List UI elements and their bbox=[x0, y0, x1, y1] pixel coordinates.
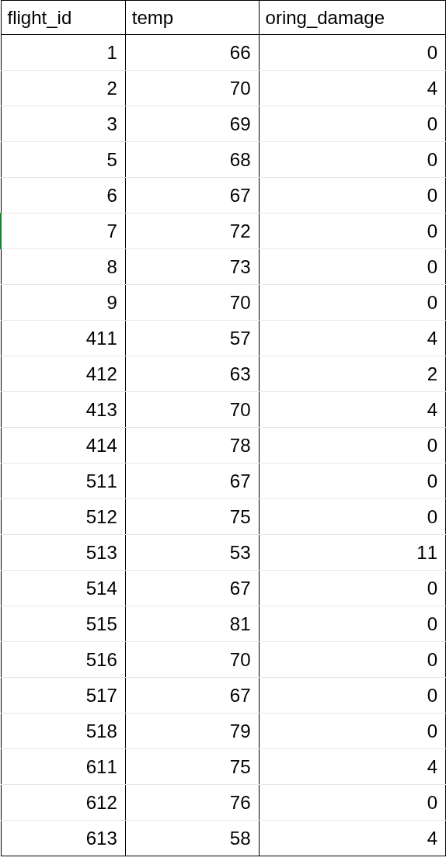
column-header-temp[interactable]: temp bbox=[125, 1, 259, 35]
cell-temp[interactable]: 66 bbox=[125, 35, 259, 71]
table-row[interactable]: 411574 bbox=[1, 321, 446, 356]
cell-temp[interactable]: 72 bbox=[125, 214, 259, 249]
cell-temp[interactable]: 78 bbox=[125, 428, 259, 464]
cell-temp[interactable]: 70 bbox=[125, 642, 259, 678]
table-row[interactable]: 517670 bbox=[1, 678, 446, 713]
table-row[interactable]: 516700 bbox=[1, 642, 446, 678]
cell-oring-damage[interactable]: 4 bbox=[259, 749, 445, 785]
cell-flight-id[interactable]: 412 bbox=[1, 356, 125, 392]
cell-flight-id[interactable]: 515 bbox=[1, 606, 125, 642]
cell-temp[interactable]: 53 bbox=[125, 535, 259, 571]
cell-flight-id[interactable]: 414 bbox=[1, 428, 125, 464]
cell-flight-id[interactable]: 512 bbox=[1, 499, 125, 535]
cell-oring-damage[interactable]: 0 bbox=[259, 35, 445, 71]
cell-oring-damage[interactable]: 4 bbox=[259, 71, 445, 106]
cell-temp[interactable]: 73 bbox=[125, 249, 259, 285]
table-row[interactable]: 518790 bbox=[1, 713, 446, 749]
table-row[interactable]: 9700 bbox=[1, 285, 446, 321]
table-row[interactable]: 613584 bbox=[1, 821, 446, 856]
table-row[interactable]: 5680 bbox=[1, 142, 446, 178]
table-row[interactable]: 1660 bbox=[1, 35, 446, 71]
table-row[interactable]: 515810 bbox=[1, 606, 446, 642]
cell-temp[interactable]: 79 bbox=[125, 713, 259, 749]
cell-temp[interactable]: 67 bbox=[125, 464, 259, 499]
cell-temp[interactable]: 70 bbox=[125, 285, 259, 321]
cell-temp[interactable]: 69 bbox=[125, 106, 259, 142]
cell-oring-damage[interactable]: 0 bbox=[259, 428, 445, 464]
cell-oring-damage[interactable]: 0 bbox=[259, 249, 445, 285]
table-row[interactable]: 414780 bbox=[1, 428, 446, 464]
cell-flight-id[interactable]: 1 bbox=[1, 35, 125, 71]
cell-temp[interactable]: 68 bbox=[125, 142, 259, 178]
table-row[interactable]: 2704 bbox=[1, 71, 446, 106]
cell-oring-damage[interactable]: 0 bbox=[259, 142, 445, 178]
cell-oring-damage[interactable]: 11 bbox=[259, 535, 445, 571]
cell-temp[interactable]: 75 bbox=[125, 749, 259, 785]
cell-flight-id[interactable]: 411 bbox=[1, 321, 125, 356]
cell-oring-damage[interactable]: 0 bbox=[259, 285, 445, 321]
cell-flight-id[interactable]: 517 bbox=[1, 678, 125, 713]
table-row[interactable]: 611754 bbox=[1, 749, 446, 785]
cell-flight-id[interactable]: 511 bbox=[1, 464, 125, 499]
cell-temp[interactable]: 81 bbox=[125, 606, 259, 642]
cell-temp[interactable]: 57 bbox=[125, 321, 259, 356]
cell-oring-damage[interactable]: 0 bbox=[259, 606, 445, 642]
table-row[interactable]: 7720 bbox=[1, 214, 446, 249]
cell-flight-id[interactable]: 514 bbox=[1, 571, 125, 606]
cell-flight-id[interactable]: 513 bbox=[1, 535, 125, 571]
cell-oring-damage[interactable]: 0 bbox=[259, 571, 445, 606]
cell-flight-id[interactable]: 413 bbox=[1, 392, 125, 428]
table-row[interactable]: 612760 bbox=[1, 785, 446, 821]
table-row[interactable]: 512750 bbox=[1, 499, 446, 535]
column-header-flight-id[interactable]: flight_id bbox=[1, 1, 125, 35]
cell-flight-id[interactable]: 6 bbox=[1, 178, 125, 214]
cell-flight-id[interactable]: 5 bbox=[1, 142, 125, 178]
cell-oring-damage[interactable]: 0 bbox=[259, 785, 445, 821]
table-row[interactable]: 6670 bbox=[1, 178, 446, 214]
table-row[interactable]: 514670 bbox=[1, 571, 446, 606]
cell-temp[interactable]: 70 bbox=[125, 71, 259, 106]
table-row[interactable]: 511670 bbox=[1, 464, 446, 499]
cell-oring-damage[interactable]: 0 bbox=[259, 464, 445, 499]
cell-temp[interactable]: 75 bbox=[125, 499, 259, 535]
cell-flight-id[interactable]: 7 bbox=[1, 214, 125, 249]
cell-oring-damage[interactable]: 0 bbox=[259, 713, 445, 749]
cell-temp[interactable]: 67 bbox=[125, 178, 259, 214]
cell-flight-id[interactable]: 3 bbox=[1, 106, 125, 142]
cell-oring-damage[interactable]: 4 bbox=[259, 321, 445, 356]
cell-oring-damage[interactable]: 0 bbox=[259, 178, 445, 214]
cell-flight-id[interactable]: 611 bbox=[1, 749, 125, 785]
cell-oring-damage[interactable]: 4 bbox=[259, 392, 445, 428]
cell-oring-damage[interactable]: 4 bbox=[259, 821, 445, 856]
cell-temp[interactable]: 76 bbox=[125, 785, 259, 821]
cell-flight-id[interactable]: 9 bbox=[1, 285, 125, 321]
cell-flight-id[interactable]: 2 bbox=[1, 71, 125, 106]
cell-oring-damage[interactable]: 0 bbox=[259, 642, 445, 678]
cell-temp[interactable]: 67 bbox=[125, 678, 259, 713]
data-table[interactable]: flight_id temp oring_damage 166027043690… bbox=[0, 0, 446, 856]
cell-oring-damage[interactable]: 0 bbox=[259, 106, 445, 142]
cell-flight-id[interactable]: 612 bbox=[1, 785, 125, 821]
table-row[interactable]: 8730 bbox=[1, 249, 446, 285]
cell-oring-damage[interactable]: 2 bbox=[259, 356, 445, 392]
cell-temp[interactable]: 70 bbox=[125, 392, 259, 428]
table-row[interactable]: 413704 bbox=[1, 392, 446, 428]
cell-oring-damage[interactable]: 0 bbox=[259, 499, 445, 535]
cell-oring-damage[interactable]: 0 bbox=[259, 678, 445, 713]
table-row[interactable]: 3690 bbox=[1, 106, 446, 142]
cell-flight-id[interactable]: 8 bbox=[1, 249, 125, 285]
cell-temp[interactable]: 67 bbox=[125, 571, 259, 606]
cell-temp[interactable]: 63 bbox=[125, 356, 259, 392]
table-header-row: flight_id temp oring_damage bbox=[1, 1, 446, 35]
table-row[interactable]: 412632 bbox=[1, 356, 446, 392]
column-header-oring-damage[interactable]: oring_damage bbox=[259, 1, 445, 35]
table-row[interactable]: 5135311 bbox=[1, 535, 446, 571]
cell-oring-damage[interactable]: 0 bbox=[259, 214, 445, 249]
cell-flight-id[interactable]: 516 bbox=[1, 642, 125, 678]
cell-flight-id[interactable]: 518 bbox=[1, 713, 125, 749]
cell-flight-id[interactable]: 613 bbox=[1, 821, 125, 856]
cell-temp[interactable]: 58 bbox=[125, 821, 259, 856]
